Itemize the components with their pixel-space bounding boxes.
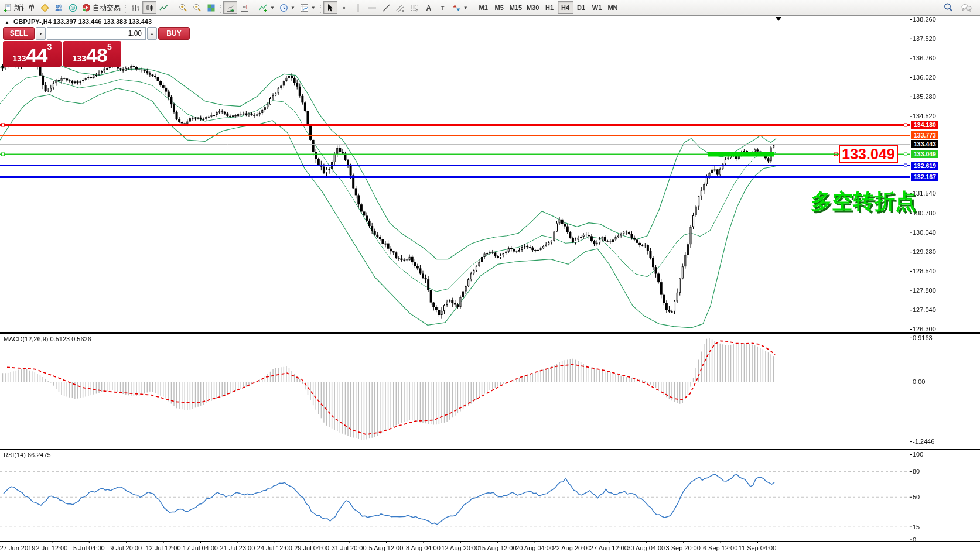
text-label-button[interactable]: T (436, 1, 450, 14)
symbol-name: GBPJPY-,H4 (13, 18, 52, 25)
one-click-trading-panel: SELL ▼ ▲ BUY 133443 133485 (3, 27, 121, 67)
cursor-arrow-icon (326, 4, 334, 12)
fibonacci-icon: F (410, 4, 419, 12)
chart-shift-icon (240, 4, 249, 12)
svg-text:E: E (402, 8, 405, 12)
mt4-window: 新订单 自动交易 (0, 0, 980, 555)
text-label-icon: T (438, 4, 447, 12)
tile-windows-icon (207, 4, 216, 12)
autotrading-button[interactable]: 自动交易 (80, 1, 123, 14)
sell-price-pip: 3 (47, 42, 52, 52)
timeframe-d1[interactable]: D1 (573, 1, 589, 14)
dropdown-arrow-icon: ▼ (311, 5, 316, 11)
horizontal-line-button[interactable] (366, 1, 380, 14)
buy-button[interactable]: BUY (158, 27, 190, 40)
buy-price-pip: 5 (107, 42, 112, 52)
timeframe-m1[interactable]: M1 (476, 1, 491, 14)
volume-input[interactable] (47, 27, 146, 40)
new-order-icon (4, 4, 12, 12)
zoom-out-icon (193, 4, 202, 12)
search-icon (944, 3, 953, 12)
crosshair-icon (340, 4, 349, 12)
template-icon (300, 4, 309, 12)
community-people-icon (54, 4, 63, 12)
toolbar-separator (219, 2, 222, 13)
add-indicator-icon (259, 4, 268, 12)
vertical-line-icon (354, 4, 363, 12)
arrow-objects-icon (452, 4, 461, 12)
chat-bubbles-icon (961, 4, 972, 12)
toolbar-separator (124, 2, 127, 13)
chart-bars-button[interactable] (128, 1, 142, 14)
vertical-line-button[interactable] (351, 1, 366, 14)
timeframe-h4[interactable]: H4 (558, 1, 573, 14)
equidistant-channel-icon: E (396, 4, 405, 12)
candlestick-chart-icon (145, 4, 154, 12)
zoom-in-button[interactable] (176, 1, 190, 14)
symbol-info[interactable]: ▲ GBPJPY-,H4 133.397 133.446 133.383 133… (5, 18, 152, 25)
tile-windows-button[interactable] (204, 1, 218, 14)
svg-text:F: F (416, 8, 418, 12)
volume-down-button[interactable]: ▼ (36, 27, 46, 40)
svg-text:A: A (426, 4, 432, 12)
community-button[interactable] (52, 1, 66, 14)
chart-canvas[interactable] (0, 0, 980, 555)
chart-shift-button[interactable] (237, 1, 251, 14)
sell-price-big: 44 (26, 45, 47, 65)
horizontal-line-icon (368, 4, 377, 12)
volume-up-button[interactable]: ▲ (147, 27, 157, 40)
buy-price-prefix: 133 (73, 54, 86, 63)
chart-candles-button[interactable] (142, 1, 156, 14)
zoom-out-button[interactable] (190, 1, 204, 14)
chat-button[interactable] (959, 1, 974, 14)
price-annotation-box[interactable]: 133.049 (839, 145, 898, 163)
clock-icon (279, 4, 288, 12)
dropdown-arrow-icon: ▼ (291, 5, 295, 11)
new-order-label: 新订单 (14, 3, 35, 13)
svg-text:T: T (441, 5, 445, 11)
bar-chart-icon (131, 4, 140, 12)
sell-price-panel[interactable]: 133443 (3, 41, 62, 67)
timeframe-mn[interactable]: MN (605, 1, 621, 14)
chart-line-button[interactable] (156, 1, 170, 14)
autotrading-icon (82, 4, 91, 12)
main-toolbar: 新订单 自动交易 (0, 0, 980, 16)
timeframe-m30[interactable]: M30 (524, 1, 541, 14)
templates-button[interactable]: ▼ (298, 1, 318, 14)
macd-pane-label: MACD(12,26,9) 0.5123 0.5626 (4, 335, 91, 342)
crosshair-button[interactable] (337, 1, 351, 14)
market-button[interactable] (37, 1, 52, 14)
arrows-button[interactable]: ▼ (450, 1, 470, 14)
auto-scroll-icon (226, 4, 235, 12)
sell-price-prefix: 133 (12, 54, 26, 63)
toolbar-separator (172, 2, 175, 13)
text-button[interactable]: A (422, 1, 436, 14)
timeframe-m15[interactable]: M15 (507, 1, 524, 14)
toolbar-separator (319, 2, 322, 13)
symbol-ohlc: 133.397 133.446 133.383 133.443 (53, 18, 152, 25)
turning-point-annotation[interactable]: 多空转折点 (811, 187, 916, 216)
buy-price-panel[interactable]: 133485 (63, 41, 122, 67)
timeframe-m5[interactable]: M5 (491, 1, 507, 14)
auto-scroll-button[interactable] (223, 1, 237, 14)
timeframe-w1[interactable]: W1 (589, 1, 605, 14)
cursor-button[interactable] (323, 1, 337, 14)
trendline-button[interactable] (380, 1, 394, 14)
text-a-icon: A (424, 4, 433, 12)
search-button[interactable] (941, 1, 955, 14)
dropdown-arrow-icon: ▼ (270, 5, 275, 11)
rsi-pane-label: RSI(14) 66.2475 (4, 451, 51, 458)
signals-icon (69, 4, 77, 12)
channel-button[interactable]: E (394, 1, 408, 14)
autotrading-label: 自动交易 (93, 3, 121, 13)
indicators-button[interactable]: ▼ (257, 1, 277, 14)
dropdown-arrow-icon: ▼ (463, 5, 468, 11)
periods-button[interactable]: ▼ (277, 1, 298, 14)
fibonacci-button[interactable]: F (408, 1, 422, 14)
toolbar-separator (252, 2, 255, 13)
timeframe-h1[interactable]: H1 (542, 1, 558, 14)
sell-button[interactable]: SELL (3, 27, 35, 40)
signals-button[interactable] (66, 1, 80, 14)
line-chart-icon (159, 4, 168, 12)
new-order-button[interactable]: 新订单 (1, 1, 37, 14)
